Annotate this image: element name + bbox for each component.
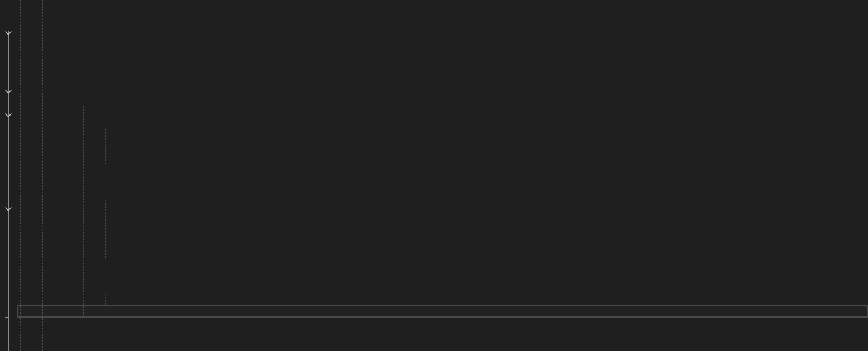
indent-guide — [105, 294, 106, 305]
fold-chevron-icon[interactable] — [4, 27, 12, 32]
fold-region-end-tick — [5, 329, 9, 329]
code-editor — [0, 0, 868, 351]
fold-region-end-tick — [5, 247, 9, 247]
indent-guide — [105, 200, 106, 258]
fold-region-line — [8, 31, 9, 351]
indent-guide — [42, 0, 43, 351]
indent-guide — [62, 47, 62, 340]
current-line-highlight — [17, 305, 868, 318]
fold-chevron-icon[interactable] — [4, 203, 12, 208]
indent-guide — [127, 223, 127, 235]
fold-chevron-icon[interactable] — [4, 109, 12, 114]
fold-chevron-icon[interactable] — [4, 85, 12, 91]
indent-guide — [20, 0, 21, 351]
fold-region-end-tick — [5, 317, 9, 318]
indent-guide — [83, 106, 84, 317]
indent-guide — [105, 129, 106, 164]
